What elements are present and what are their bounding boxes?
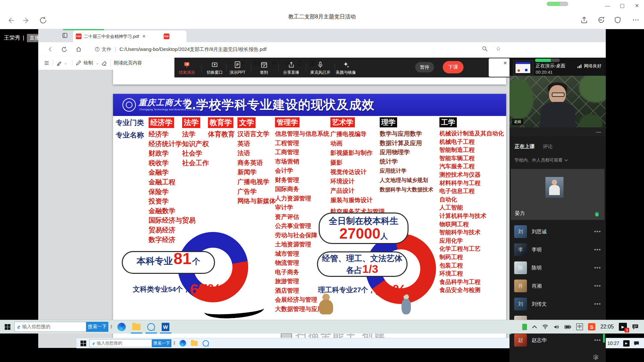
share-icon[interactable] bbox=[580, 16, 588, 24]
word-task[interactable]: W bbox=[158, 320, 173, 334]
refresh-icon[interactable] bbox=[61, 46, 67, 53]
edge-tab-bar: PDF 二十届三中全会精神学习.pdf ✕ PDF bbox=[38, 29, 606, 42]
major-item: 机械设计制造及其自动化 bbox=[439, 129, 504, 138]
minimize-button[interactable]: — bbox=[604, 2, 611, 9]
class-panel: 正在演示-桌面 00:20:41 网络良好 老师 — 正在上课 评论 bbox=[509, 58, 606, 362]
major-item: 智能制造工程 bbox=[439, 146, 504, 154]
chevron-down-icon[interactable]: ⌄ bbox=[96, 61, 99, 65]
zoom-text-icon[interactable] bbox=[482, 46, 488, 52]
back-icon[interactable] bbox=[47, 46, 54, 53]
major-item: 智能科学与技术 bbox=[439, 228, 504, 237]
search-go-button[interactable]: 搜索一下 bbox=[152, 339, 171, 347]
speaker-icon[interactable] bbox=[553, 324, 559, 329]
address-url[interactable]: C:/Users/wang-bo/Desktop/2024支部工作/8月主题党日… bbox=[119, 46, 266, 53]
tab-close-icon[interactable]: ✕ bbox=[142, 34, 146, 39]
action-center-icon[interactable] bbox=[634, 341, 639, 346]
avatar: 肖 bbox=[514, 280, 527, 292]
tab-comments[interactable]: 评论 bbox=[543, 143, 553, 150]
draw-label[interactable]: 绘制 bbox=[84, 60, 93, 66]
tab-in-class[interactable]: 正在上课 bbox=[515, 143, 535, 150]
ime-indicator[interactable]: 中 bbox=[576, 323, 583, 330]
more-options-icon[interactable]: ••• bbox=[594, 264, 601, 271]
edge-address-bar[interactable]: 文件 | C:/Users/wang-bo/Desktop/2024支部工作/8… bbox=[38, 42, 606, 57]
video-player-tray-icon[interactable]: ▶ bbox=[623, 340, 630, 347]
pause-button[interactable]: 暂停 bbox=[415, 62, 434, 72]
chevron-down-icon[interactable]: ⌄ bbox=[64, 61, 67, 65]
taskbar-search-input[interactable]: e 输入你想搜的 bbox=[90, 339, 152, 347]
avatar: 赵 bbox=[514, 334, 527, 347]
video-player-tray-icon[interactable]: ▶ 3 bbox=[619, 323, 627, 331]
participant-row[interactable]: 陈 陈明 ••• bbox=[509, 259, 606, 277]
participant-row[interactable]: 肖 肖湘 ••• bbox=[509, 277, 606, 295]
present-ppt-button[interactable]: P 演示PPT bbox=[225, 61, 250, 75]
eraser-icon[interactable] bbox=[101, 60, 107, 66]
featured-participant-tile[interactable]: 晏力 bbox=[511, 169, 604, 220]
pdf-tab-background[interactable]: PDF bbox=[161, 31, 186, 42]
participant-name: 肖湘 bbox=[532, 283, 589, 289]
file-explorer-icon[interactable] bbox=[191, 341, 198, 346]
major-item: 网络与新媒体 bbox=[237, 196, 276, 206]
search-go-button[interactable]: 搜索一下 bbox=[86, 322, 108, 332]
taskbar-clock[interactable]: 22:05 bbox=[600, 324, 614, 330]
close-button[interactable]: ✕ bbox=[633, 2, 641, 9]
chat-app-icon[interactable] bbox=[203, 340, 209, 347]
major-item: 摄影 bbox=[330, 158, 385, 167]
switch-window-button[interactable]: 切换窗口 bbox=[202, 61, 227, 75]
participant-row[interactable]: 刘 刘传文 ••• bbox=[509, 295, 606, 313]
pdf-menu-icon[interactable] bbox=[44, 60, 50, 66]
share-stream-button[interactable]: 分享直播 bbox=[279, 61, 304, 75]
settings-gear-icon[interactable] bbox=[593, 354, 599, 361]
major-item: 金融学 bbox=[149, 168, 196, 177]
tray-chevron-icon[interactable] bbox=[532, 325, 537, 328]
more-options-icon[interactable]: ••• bbox=[594, 337, 601, 344]
sogou-icon[interactable]: S bbox=[588, 323, 595, 330]
menu-dots-icon[interactable] bbox=[632, 16, 640, 24]
participant-row[interactable]: 李 李明 ••• bbox=[509, 241, 606, 259]
chat-app-task[interactable] bbox=[144, 320, 158, 334]
comment-bubble-icon[interactable] bbox=[597, 16, 605, 24]
action-center-icon[interactable] bbox=[632, 324, 639, 330]
read-aloud-label[interactable]: 朗读此页内容 bbox=[114, 60, 142, 66]
subject-column-law: 法学 法学知识产权社会学社会工作 bbox=[182, 117, 200, 128]
taskbar-clock[interactable]: 10:27 bbox=[607, 341, 619, 346]
highlighter-icon[interactable] bbox=[56, 60, 62, 66]
more-options-icon[interactable]: ••• bbox=[594, 301, 601, 307]
visibility-dropdown[interactable]: 学校内、外人员都可观看 bbox=[515, 157, 568, 163]
dismiss-class-button[interactable]: 下课 bbox=[443, 61, 464, 73]
major-item: 汽车服务工程 bbox=[439, 162, 504, 171]
file-explorer-task[interactable] bbox=[129, 320, 144, 334]
major-item: 物联网工程 bbox=[439, 220, 504, 229]
battery-icon[interactable] bbox=[565, 325, 571, 329]
more-options-icon[interactable]: ••• bbox=[594, 283, 601, 289]
tab-list-icon[interactable] bbox=[62, 32, 68, 39]
favorite-star-icon[interactable]: ☆ bbox=[496, 45, 501, 52]
more-options-icon[interactable]: ••• bbox=[594, 228, 601, 235]
teacher-name-tag: 老师 bbox=[512, 119, 523, 125]
end-presentation-button[interactable]: 结束演示 bbox=[174, 61, 199, 75]
start-button-icon[interactable] bbox=[80, 341, 86, 346]
participant-row[interactable]: 赵 赵志华 ••• bbox=[509, 331, 606, 349]
more-options-icon[interactable]: ••• bbox=[594, 246, 601, 253]
edge-app-icon[interactable] bbox=[117, 323, 126, 331]
mic-on-button[interactable]: 麦克风已开 bbox=[308, 61, 333, 75]
draw-pen-icon[interactable] bbox=[75, 60, 82, 66]
chevron-down-icon bbox=[565, 159, 568, 162]
shield-icon[interactable] bbox=[614, 16, 622, 24]
teacher-webcam[interactable]: 老师 bbox=[509, 76, 606, 127]
start-button-icon[interactable] bbox=[5, 324, 10, 330]
beauty-mirror-button[interactable]: 美颜与镜像 bbox=[333, 61, 358, 75]
usb-icon[interactable] bbox=[522, 324, 527, 330]
presenting-thumbnail[interactable] bbox=[513, 60, 533, 75]
pdf-tab-active[interactable]: PDF 二十届三中全会精神学习.pdf ✕ bbox=[73, 31, 164, 42]
wifi-icon[interactable] bbox=[542, 324, 548, 329]
close-icon[interactable]: ✕ bbox=[503, 60, 507, 66]
browser-chrome: — ▢ ✕ 教工二支部8月主题党日活动 bbox=[0, 0, 644, 29]
collapse-icon[interactable]: — bbox=[596, 129, 601, 134]
check-in-button[interactable]: 签到 bbox=[252, 61, 276, 75]
participant-row[interactable]: 刘 刘思诚 ••• bbox=[509, 223, 606, 241]
site-info[interactable]: 文件 bbox=[95, 46, 111, 53]
taskbar-search-input[interactable]: e 输入你想搜的 bbox=[14, 322, 86, 332]
maximize-button[interactable]: ▢ bbox=[619, 2, 626, 9]
home-icon[interactable] bbox=[75, 46, 82, 53]
edge-app-icon[interactable] bbox=[179, 340, 186, 347]
